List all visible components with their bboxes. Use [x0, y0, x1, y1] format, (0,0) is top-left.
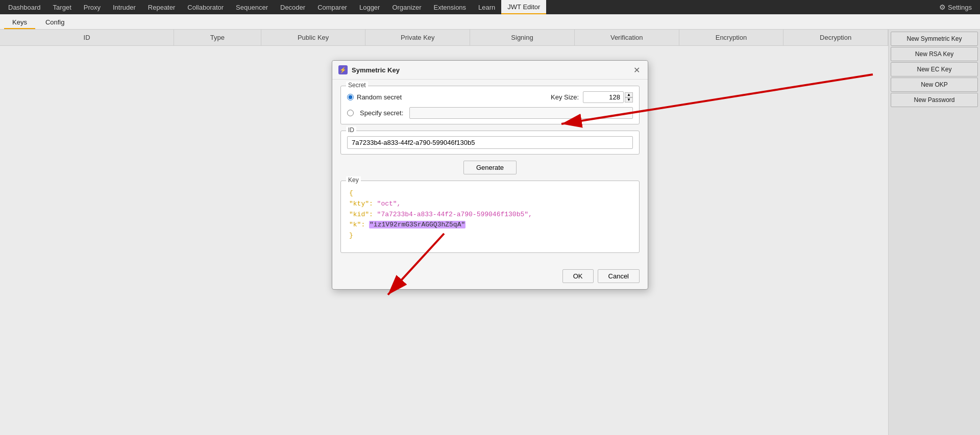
- secret-legend: Secret: [346, 82, 368, 89]
- dialog-title: Symmetric Key: [352, 66, 631, 74]
- specify-secret-label: Specify secret:: [360, 109, 403, 117]
- specify-secret-radio[interactable]: [347, 110, 354, 116]
- modal-backdrop: ⚡ Symmetric Key ✕ Secret Random secret K…: [0, 30, 980, 435]
- key-k-value: "iz1V92rmG3SrAGGQ3hZ5qA": [369, 221, 465, 228]
- random-secret-radio[interactable]: [347, 94, 354, 100]
- gear-icon: ⚙: [939, 3, 946, 11]
- symmetric-key-dialog: ⚡ Symmetric Key ✕ Secret Random secret K…: [332, 60, 648, 290]
- id-fieldgroup: ID: [340, 131, 640, 155]
- dialog-titlebar: ⚡ Symmetric Key ✕: [332, 61, 648, 80]
- key-legend: Key: [346, 176, 361, 184]
- main-content: ID Type Public Key Private Key Signing V…: [0, 30, 980, 435]
- nav-target[interactable]: Target: [47, 0, 78, 14]
- sub-tab-bar: Keys Config: [0, 14, 980, 30]
- settings-button[interactable]: ⚙ Settings: [933, 0, 978, 14]
- top-navigation: Dashboard Target Proxy Intruder Repeater…: [0, 0, 980, 14]
- spinner-up[interactable]: ▲: [625, 92, 633, 97]
- generate-row: Generate: [340, 161, 640, 174]
- nav-dashboard[interactable]: Dashboard: [2, 0, 47, 14]
- key-line-2: "kty": "oct",: [349, 199, 631, 210]
- secret-fieldgroup: Secret Random secret Key Size: ▲ ▼: [340, 86, 640, 124]
- key-fieldgroup: Key { "kty": "oct", "kid": "7a7233b4-a83…: [340, 181, 640, 253]
- nav-logger[interactable]: Logger: [353, 0, 386, 14]
- random-secret-label: Random secret: [357, 93, 402, 101]
- specify-secret-input[interactable]: [409, 107, 633, 119]
- specify-secret-row: Specify secret:: [347, 107, 633, 119]
- nav-decoder[interactable]: Decoder: [274, 0, 311, 14]
- nav-repeater[interactable]: Repeater: [142, 0, 181, 14]
- key-size-input[interactable]: [583, 91, 624, 103]
- key-size-spinner: ▲ ▼: [625, 92, 633, 103]
- id-input[interactable]: [347, 136, 633, 149]
- nav-intruder[interactable]: Intruder: [107, 0, 142, 14]
- key-line-1: {: [349, 188, 631, 199]
- dialog-close-button[interactable]: ✕: [631, 65, 642, 75]
- nav-comparer[interactable]: Comparer: [311, 0, 353, 14]
- key-size-group: Key Size: ▲ ▼: [551, 91, 633, 103]
- nav-learn[interactable]: Learn: [472, 0, 501, 14]
- dialog-body: Secret Random secret Key Size: ▲ ▼: [332, 80, 648, 265]
- nav-jwt-editor[interactable]: JWT Editor: [501, 0, 546, 14]
- generate-button[interactable]: Generate: [463, 161, 517, 174]
- dialog-icon: ⚡: [338, 65, 348, 74]
- settings-label: Settings: [948, 4, 972, 11]
- key-line-3: "kid": "7a7233b4-a833-44f2-a790-599046f1…: [349, 210, 631, 220]
- nav-proxy[interactable]: Proxy: [78, 0, 107, 14]
- dialog-footer: OK Cancel: [332, 265, 648, 289]
- key-content: { "kty": "oct", "kid": "7a7233b4-a833-44…: [347, 186, 633, 247]
- tab-keys[interactable]: Keys: [4, 16, 35, 29]
- key-size-label: Key Size:: [551, 93, 579, 101]
- nav-extensions[interactable]: Extensions: [428, 0, 473, 14]
- random-secret-row: Random secret Key Size: ▲ ▼: [347, 91, 633, 103]
- key-line-4: "k": "iz1V92rmG3SrAGGQ3hZ5qA": [349, 220, 631, 231]
- spinner-down[interactable]: ▼: [625, 97, 633, 103]
- nav-organizer[interactable]: Organizer: [386, 0, 427, 14]
- ok-button[interactable]: OK: [562, 269, 594, 283]
- nav-sequencer[interactable]: Sequencer: [230, 0, 274, 14]
- tab-config[interactable]: Config: [37, 16, 73, 29]
- key-line-5: }: [349, 231, 631, 241]
- nav-collaborator[interactable]: Collaborator: [181, 0, 230, 14]
- cancel-button[interactable]: Cancel: [598, 269, 640, 283]
- id-legend: ID: [346, 126, 356, 134]
